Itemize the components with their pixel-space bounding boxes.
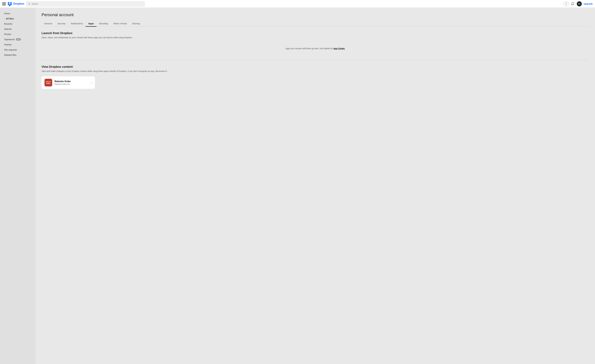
kobo-app-icon: Rakuten kobo — [44, 79, 52, 86]
app-body: Home›All filesRecentsStarredPhotosSignat… — [0, 8, 595, 364]
sidebar: Home›All filesRecentsStarredPhotosSignat… — [0, 8, 35, 364]
logo-text: Dropbox — [13, 2, 24, 5]
badge-new: New — [16, 38, 21, 41]
tab-branding[interactable]: Branding — [97, 21, 111, 27]
tab-general[interactable]: General — [42, 21, 55, 27]
sidebar-item-label: All files — [6, 17, 14, 20]
app-info: Rakuten Kobo Rakuten Kobo Inc. — [55, 80, 92, 85]
help-button[interactable]: ? — [564, 1, 568, 6]
sidebar-item-home[interactable]: Home — [1, 11, 34, 16]
svg-line-1 — [30, 4, 30, 5]
sidebar-item-photos[interactable]: Photos — [1, 32, 34, 37]
view-section-title: View Dropbox content — [42, 65, 589, 69]
sidebar-item-file-requests[interactable]: File requests — [1, 47, 34, 52]
app-company: Rakuten Kobo Inc. — [55, 83, 92, 85]
launch-section-title: Launch from Dropbox — [42, 31, 589, 35]
view-section-desc: View and make changes to your Dropbox co… — [42, 70, 175, 73]
sidebar-item-starred[interactable]: Starred — [1, 27, 34, 31]
tab-security[interactable]: Security — [55, 21, 68, 27]
kobo-icon-line2: kobo — [46, 82, 50, 84]
page-title: Personal account — [42, 13, 589, 17]
launch-section-desc: Open, share, and collaborate on your con… — [42, 36, 589, 39]
main-content: Personal account GeneralSecurityNotifica… — [35, 8, 595, 364]
chevron-icon: › — [4, 18, 5, 20]
sidebar-item-deleted-files[interactable]: Deleted files — [1, 52, 34, 57]
tab-sharing[interactable]: Sharing — [130, 21, 143, 27]
avatar[interactable]: CL — [577, 1, 582, 6]
tab-apps[interactable]: Apps — [85, 21, 97, 27]
search-input[interactable] — [32, 3, 143, 5]
tab-notifications[interactable]: Notifications — [68, 21, 86, 27]
app-name: Rakuten Kobo — [55, 80, 92, 83]
launch-section: Launch from Dropbox Open, share, and col… — [42, 31, 589, 54]
sidebar-item-label: File requests — [4, 49, 17, 51]
chevron-right-icon: › — [91, 81, 92, 84]
notifications-button[interactable] — [570, 1, 575, 6]
sidebar-item-label: Photos — [4, 33, 11, 36]
dropbox-logo[interactable]: Dropbox — [7, 1, 24, 6]
tab-refer[interactable]: Refer a friend — [111, 21, 130, 27]
notification-dot — [573, 2, 574, 3]
search-bar[interactable] — [26, 1, 145, 7]
sidebar-item-label: Recents — [4, 22, 12, 25]
dropbox-logo-icon — [7, 1, 12, 6]
sidebar-item-label: Home — [4, 12, 10, 15]
sidebar-item-shared[interactable]: Shared — [1, 42, 34, 47]
sidebar-item-label: Deleted files — [4, 54, 16, 56]
app-center-link[interactable]: App Center. — [333, 47, 345, 50]
search-icon — [28, 3, 30, 5]
view-section: View Dropbox content View and make chang… — [42, 65, 589, 89]
rakuten-kobo-card[interactable]: Rakuten kobo Rakuten Kobo Rakuten Kobo I… — [42, 76, 95, 89]
nav-right-actions: ? CL Upgrade — [564, 1, 593, 6]
top-navigation: Dropbox ? CL Upgrade — [0, 0, 595, 8]
tabs: GeneralSecurityNotificationsAppsBranding… — [42, 21, 589, 27]
sidebar-item-all-files[interactable]: ›All files — [1, 16, 34, 21]
grid-menu-icon[interactable] — [2, 2, 6, 6]
sidebar-item-label: Shared — [4, 43, 11, 46]
sidebar-item-recents[interactable]: Recents — [1, 21, 34, 26]
section-divider — [42, 60, 589, 60]
empty-state-prefix: Apps you connect will show up here. Get … — [286, 47, 333, 50]
sidebar-item-signatures[interactable]: SignaturesNew — [1, 37, 34, 42]
launch-empty-state: Apps you connect will show up here. Get … — [42, 43, 589, 54]
sidebar-item-label: Starred — [4, 28, 11, 30]
upgrade-button[interactable]: Upgrade — [584, 2, 593, 5]
sidebar-item-label: Signatures — [4, 38, 15, 41]
